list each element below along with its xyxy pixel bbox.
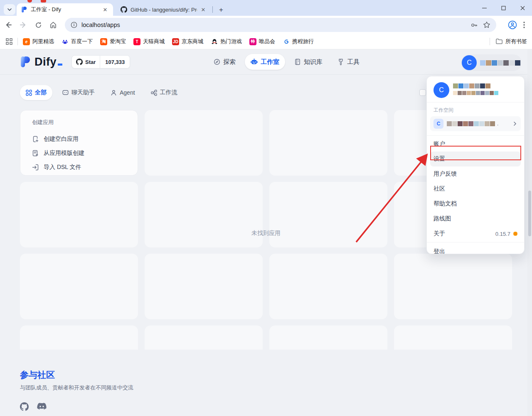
menu-item-feedback[interactable]: 用户反馈 xyxy=(430,166,521,181)
back-button[interactable] xyxy=(2,18,15,32)
browser-toolbar: localhost/apps xyxy=(0,16,532,34)
scrollbar-thumb[interactable] xyxy=(528,191,531,236)
app-card-placeholder xyxy=(394,325,512,350)
header-user-pill[interactable]: C xyxy=(461,54,522,71)
tab-github[interactable]: GitHub - langgenius/dify: Pro ✕ xyxy=(116,3,211,16)
update-dot-icon xyxy=(513,232,517,236)
all-bookmarks[interactable]: 所有书签 xyxy=(485,38,527,45)
bookmark-games[interactable]: 热门游戏 xyxy=(211,38,242,45)
tab-dify[interactable]: 工作室 - Dify ✕ xyxy=(17,3,113,16)
menu-user-avatar: C xyxy=(433,82,449,98)
star-label: Star xyxy=(85,59,96,65)
reload-button[interactable] xyxy=(32,18,45,32)
github-star-badge[interactable]: Star 107,333 xyxy=(71,55,130,69)
site-info-icon[interactable] xyxy=(71,22,77,28)
create-from-template-button[interactable]: 从应用模版创建 xyxy=(32,146,126,160)
chevron-right-icon xyxy=(512,121,517,126)
menu-item-docs[interactable]: 帮助文档 xyxy=(430,196,521,211)
user-name-redacted xyxy=(480,60,521,66)
menu-user-info: C xyxy=(427,76,524,102)
tab-search-button[interactable] xyxy=(4,4,15,15)
address-bar[interactable]: localhost/apps xyxy=(65,18,496,32)
menu-item-logout[interactable]: 登出 xyxy=(430,244,521,259)
jd-favicon: JD xyxy=(172,38,179,45)
create-item-label: 从应用模版创建 xyxy=(44,149,84,157)
agent-icon xyxy=(111,90,117,96)
robot-icon xyxy=(251,59,258,66)
github-link-icon[interactable] xyxy=(20,402,29,411)
bookmark-tmall[interactable]: T天猫商城 xyxy=(133,38,165,45)
create-blank-app-button[interactable]: 创建空白应用 xyxy=(32,132,126,146)
profile-icon[interactable] xyxy=(506,19,519,31)
bookmark-ctrip[interactable]: 携程旅行 xyxy=(283,38,314,45)
tab-close-icon[interactable]: ✕ xyxy=(101,6,109,13)
bookmark-vip[interactable]: 特唯品会 xyxy=(249,38,275,45)
bookmark-taobao[interactable]: 淘爱淘宝 xyxy=(100,38,126,45)
bookmark-label: 天猫商城 xyxy=(143,38,165,45)
browser-window: 工作室 - Dify ✕ GitHub - langgenius/dify: P… xyxy=(0,0,532,416)
bookmark-label: 阿里精选 xyxy=(32,38,54,45)
bookmark-star-icon[interactable] xyxy=(483,21,490,29)
tab-title: GitHub - langgenius/dify: Pro xyxy=(131,7,197,13)
bookmark-baidu[interactable]: 百度一下 xyxy=(62,38,93,45)
nav-studio[interactable]: 工作室 xyxy=(245,54,285,70)
dify-logo[interactable]: Dify xyxy=(19,56,62,69)
baidu-favicon xyxy=(62,38,69,45)
menu-bottom: 登出 xyxy=(427,242,524,262)
nav-label: 知识库 xyxy=(304,58,323,66)
page-scrollbar[interactable] xyxy=(527,49,532,416)
apps-grid-icon[interactable] xyxy=(6,38,12,45)
browser-menu-icon[interactable] xyxy=(519,19,530,31)
menu-item-account[interactable]: 账户 xyxy=(430,137,521,152)
menu-item-settings[interactable]: 设置 xyxy=(430,152,521,166)
tab-workflow[interactable]: 工作流 xyxy=(145,85,183,100)
import-dsl-button[interactable]: 导入 DSL 文件 xyxy=(32,160,126,174)
folder-icon xyxy=(496,39,502,44)
nav-knowledge[interactable]: 知识库 xyxy=(288,54,328,70)
community-links xyxy=(20,402,133,411)
nav-explore[interactable]: 探索 xyxy=(208,54,241,70)
taobao-favicon: 淘 xyxy=(100,38,107,45)
recording-artifact-dot xyxy=(41,0,46,2)
create-item-label: 导入 DSL 文件 xyxy=(44,164,81,171)
menu-item-roadmap[interactable]: 路线图 xyxy=(430,211,521,226)
page-footer: 参与社区 与团队成员、贡献者和开发者在不同频道中交流 xyxy=(20,369,133,411)
nav-label: 工作室 xyxy=(261,58,279,66)
user-avatar[interactable]: C xyxy=(462,55,477,70)
new-tab-button[interactable]: + xyxy=(216,5,227,15)
url-text[interactable]: localhost/apps xyxy=(81,22,465,28)
menu-item-about[interactable]: 关于 0.15.7 xyxy=(430,226,521,241)
bookmark-jd[interactable]: JD京东商城 xyxy=(172,38,203,45)
minimize-button[interactable] xyxy=(475,0,494,16)
discord-link-icon[interactable] xyxy=(37,402,47,411)
workspace-switcher[interactable]: C . xyxy=(430,116,521,131)
divider xyxy=(490,38,490,45)
maximize-button[interactable] xyxy=(494,0,513,16)
template-icon xyxy=(32,150,39,157)
workspace-name-suffix: . xyxy=(497,121,498,127)
vip-favicon: 特 xyxy=(249,38,256,45)
bookmark-ali[interactable]: e阿里精选 xyxy=(23,38,54,45)
about-version: 0.15.7 xyxy=(495,231,517,237)
tab-agent[interactable]: Agent xyxy=(105,85,141,100)
tab-separator xyxy=(212,6,213,13)
menu-user-text xyxy=(453,82,499,98)
app-card-placeholder xyxy=(20,325,138,350)
created-by-me-checkbox[interactable] xyxy=(419,89,426,96)
tab-label: Agent xyxy=(120,89,135,96)
password-key-icon[interactable] xyxy=(470,21,478,29)
forward-button[interactable] xyxy=(17,18,30,32)
join-community-subtitle: 与团队成员、贡献者和开发者在不同频道中交流 xyxy=(20,384,133,392)
dify-favicon xyxy=(21,6,27,13)
close-button[interactable] xyxy=(513,0,532,16)
app-card-placeholder xyxy=(20,254,138,319)
tab-close-icon[interactable]: ✕ xyxy=(200,6,207,13)
nav-tools[interactable]: 工具 xyxy=(332,54,365,70)
home-button[interactable] xyxy=(47,18,60,32)
app-card-placeholder xyxy=(269,325,387,350)
tab-all[interactable]: 全部 xyxy=(20,85,52,100)
menu-item-community[interactable]: 社区 xyxy=(430,181,521,196)
app-card-placeholder xyxy=(145,325,263,350)
tools-icon xyxy=(337,59,344,65)
tab-chatbot[interactable]: 聊天助手 xyxy=(57,85,101,100)
